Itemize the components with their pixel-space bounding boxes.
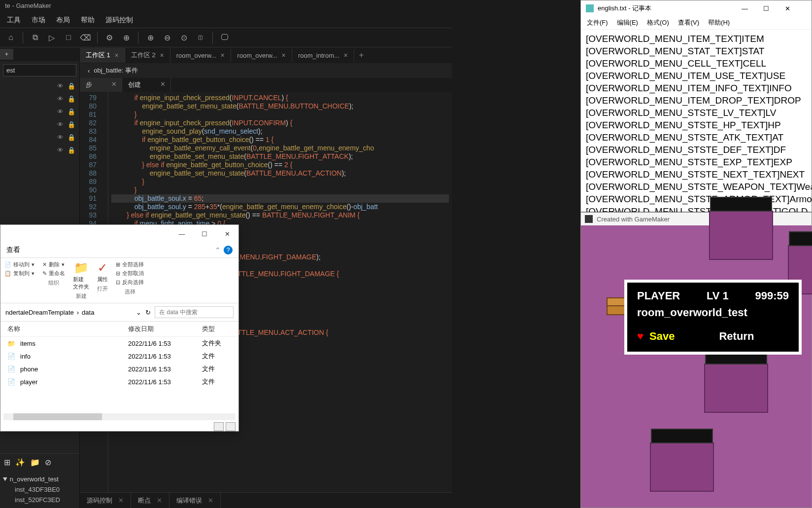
monitor-icon[interactable]: 🖵 (218, 31, 232, 44)
zoom-out-icon[interactable]: ⊖ (160, 31, 174, 44)
notepad-content[interactable]: [OVERWORLD_MENU_ITEM_TEXT]ITEM [OVERWORL… (581, 30, 812, 220)
game-viewport[interactable]: PLAYER LV 1 999:59 room_overworld_test ♥… (581, 225, 812, 508)
close-icon[interactable]: ✕ (157, 497, 162, 504)
maximize-button[interactable]: ☐ (763, 1, 785, 15)
add-icon[interactable]: ⊞ (4, 458, 10, 467)
layer-row[interactable]: 👁🔒 (0, 79, 79, 92)
select-invert-button[interactable]: ⊡ 反向选择 (116, 279, 144, 286)
layer-row[interactable]: 👁🔒 (0, 118, 79, 131)
debug-icon[interactable]: ⧉ (28, 31, 42, 44)
zoom-in-icon[interactable]: ⊕ (143, 31, 157, 44)
play-icon[interactable]: ▷ (45, 31, 59, 44)
new-folder-button[interactable]: 📁 新建 文件夹 (73, 261, 89, 290)
copy-to-button[interactable]: 📋 复制到 ▾ (4, 270, 34, 277)
help-icon[interactable]: ? (224, 246, 233, 254)
home-icon[interactable]: ⌂ (4, 31, 18, 44)
clean-icon[interactable]: ⌫ (78, 31, 92, 44)
menu-item[interactable]: 市场 (32, 16, 45, 26)
bottom-tab[interactable]: 断点✕ (131, 493, 169, 508)
wand-icon[interactable]: ✨ (15, 458, 25, 467)
workspace-tab[interactable]: room_introm...✕ (292, 49, 354, 62)
workspace-tab[interactable]: room_overw...✕ (231, 49, 292, 62)
menu-item[interactable]: 布局 (56, 16, 70, 26)
eye-icon[interactable]: 👁 (57, 134, 64, 141)
workspace-tab[interactable]: 工作区 2✕ (125, 48, 170, 63)
file-row[interactable]: 📄player2022/11/6 1:53文件 (0, 375, 238, 388)
layer-row[interactable]: 👁🔒 (0, 105, 79, 118)
resource-search[interactable] (3, 64, 76, 76)
lock-icon[interactable]: 🔒 (68, 95, 75, 103)
menu-item[interactable]: 查看(V) (678, 18, 699, 27)
close-icon[interactable]: ✕ (160, 52, 164, 59)
file-row[interactable]: 📁items2022/11/6 1:53文件夹 (0, 337, 238, 350)
chevron-down-icon[interactable]: ⌄ (136, 309, 141, 316)
return-option[interactable]: Return (719, 330, 754, 343)
stop-icon[interactable]: □ (62, 31, 75, 44)
move-to-button[interactable]: 📄 移动到 ▾ (4, 261, 34, 268)
minimize-button[interactable]: — (170, 226, 193, 242)
maximize-button[interactable]: ☐ (193, 226, 216, 242)
close-icon[interactable]: ✕ (114, 52, 119, 59)
lock-icon[interactable]: 🔒 (68, 134, 75, 141)
col-type[interactable]: 类型 (202, 325, 232, 333)
rename-button[interactable]: ✎ 重命名 (42, 270, 65, 277)
add-tab-button[interactable]: + (354, 48, 369, 63)
select-all-button[interactable]: ⊞ 全部选择 (116, 261, 144, 268)
target-icon[interactable]: ⊕ (119, 31, 133, 44)
lock-icon[interactable]: 🔒 (68, 108, 75, 115)
scrollbar[interactable] (3, 413, 236, 420)
folder-icon[interactable]: 📁 (30, 458, 40, 467)
eye-icon[interactable]: 👁 (57, 82, 64, 90)
save-option[interactable]: Save (649, 330, 675, 342)
menu-item[interactable]: 文件(F) (587, 18, 608, 27)
close-icon[interactable]: ✕ (220, 52, 225, 59)
menu-item[interactable]: 编辑(E) (617, 18, 638, 27)
event-tab[interactable]: 步✕ (80, 78, 122, 92)
breadcrumb[interactable]: ndertaleDreamTemplate›data (5, 309, 132, 316)
minimize-button[interactable]: — (742, 1, 763, 15)
close-icon[interactable]: ✕ (208, 497, 213, 504)
workspace-tab[interactable]: room_overw...✕ (170, 49, 232, 62)
eye-icon[interactable]: 👁 (57, 108, 64, 115)
lock-icon[interactable]: 🔒 (68, 121, 75, 128)
instance-item[interactable]: inst_520FC3ED (3, 495, 76, 505)
delete-icon[interactable]: ⊘ (45, 458, 51, 467)
file-row[interactable]: 📄info2022/11/6 1:53文件 (0, 350, 238, 363)
lock-icon[interactable]: 🔒 (68, 82, 75, 90)
close-icon[interactable]: ✕ (118, 497, 124, 504)
instance-root[interactable]: n_overworld_test (3, 474, 76, 484)
properties-button[interactable]: ✓ 属性 (97, 261, 108, 283)
lock-icon[interactable]: 🔒 (68, 146, 75, 154)
event-tab[interactable]: 创建✕ (122, 78, 171, 92)
menu-item[interactable]: 工具 (7, 16, 21, 26)
file-row[interactable]: 📄phone2022/11/6 1:53文件 (0, 363, 238, 375)
chevron-down-icon[interactable]: ⌃ (215, 246, 221, 254)
layer-row[interactable]: 👁🔒 (0, 131, 79, 144)
select-none-button[interactable]: ⊟ 全部取消 (116, 270, 144, 277)
menu-item[interactable]: 帮助(H) (708, 18, 730, 27)
layer-row[interactable]: 👁🔒 (0, 144, 79, 156)
delete-button[interactable]: ✕ 删除 ▾ (42, 261, 65, 268)
close-icon[interactable]: ✕ (281, 52, 286, 59)
col-name[interactable]: 名称 (7, 325, 128, 333)
layout-icon[interactable]: ⎅ (194, 31, 207, 44)
bottom-tab[interactable]: 源码控制✕ (80, 493, 131, 508)
details-view-button[interactable] (214, 422, 224, 431)
close-button[interactable]: ✕ (785, 1, 807, 15)
eye-icon[interactable]: 👁 (57, 95, 64, 103)
layer-row[interactable]: 👁🔒 (0, 92, 79, 105)
settings-icon[interactable]: ⚙ (102, 31, 116, 44)
close-button[interactable]: ✕ (216, 226, 238, 242)
close-icon[interactable]: ✕ (160, 80, 166, 88)
eye-icon[interactable]: 👁 (57, 121, 64, 128)
search-input[interactable] (155, 306, 234, 318)
icons-view-button[interactable] (226, 422, 236, 431)
menu-item[interactable]: 帮助 (81, 16, 95, 26)
zoom-fit-icon[interactable]: ⊙ (177, 31, 191, 44)
refresh-icon[interactable]: ↻ (145, 309, 151, 316)
menu-item[interactable]: 源码控制 (105, 16, 133, 26)
close-icon[interactable]: ✕ (111, 80, 117, 88)
bottom-tab[interactable]: 编译错误✕ (169, 493, 221, 508)
instance-item[interactable]: inst_43DF3BE0 (3, 484, 76, 495)
col-date[interactable]: 修改日期 (128, 325, 202, 333)
